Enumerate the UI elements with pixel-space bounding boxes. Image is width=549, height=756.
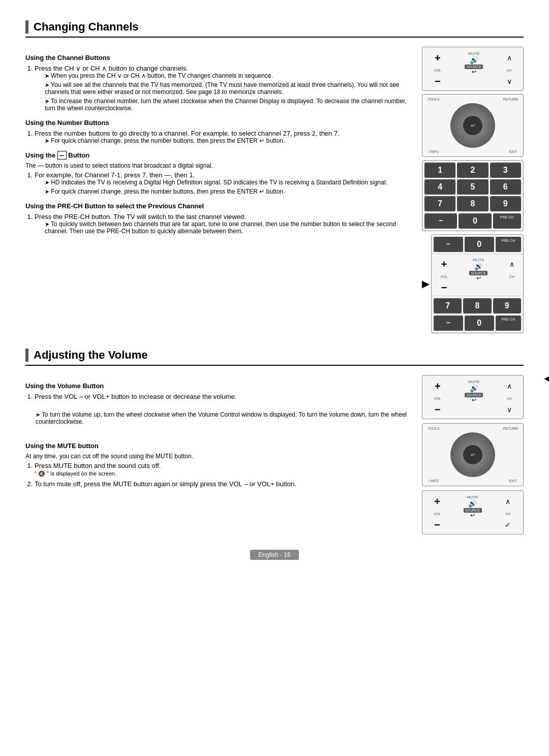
btn-7: 7 <box>424 196 455 211</box>
page-footer: English - 16 <box>25 550 524 560</box>
source-btn-3: SOURCE ↩ <box>448 509 497 519</box>
sub1-title: Using the Channel Buttons <box>25 54 412 61</box>
enter-btn-2: ↵ <box>463 445 482 464</box>
sub3-title: Using the — Button <box>25 151 412 159</box>
list-item: You will see all the channels that the T… <box>45 81 412 96</box>
sub3-intro: The — button is used to select stations … <box>25 162 412 169</box>
mute-label-2: MUTE <box>449 380 498 384</box>
list-item: When you press the CH ∨ or CH ∧ button, … <box>45 72 412 79</box>
list-item: Press the number buttons to go directly … <box>35 130 412 144</box>
zero3: 0 <box>465 316 494 331</box>
btn-dash: − <box>424 213 457 229</box>
vol-minus-2: − <box>428 404 447 415</box>
nav-ring: ↵ <box>450 103 495 148</box>
mute-intro: At any time, you can cut off the sound u… <box>25 453 412 460</box>
prech-arrow: ▶ <box>422 278 429 290</box>
btn-3: 3 <box>490 163 521 178</box>
list-item: HD indicates the TV is receiving a Digit… <box>45 179 412 186</box>
sub-vol-title: Using the Volume Button <box>25 382 412 390</box>
sub4-title: Using the PRE-CH Button to select the Pr… <box>25 202 412 210</box>
btn-0-2: 0 <box>465 237 494 252</box>
list-item: To quickly switch between two channels t… <box>45 220 412 235</box>
list-item: For example, for Channel 7-1, press 7, t… <box>35 171 412 195</box>
wheel-bottom-2: i INFO EXIT <box>426 479 519 483</box>
btn-9: 9 <box>490 196 521 211</box>
list-item: Press the VOL – or VOL+ button to increa… <box>35 393 412 400</box>
vol-minus-3: − <box>428 520 447 530</box>
enter-btn: ↵ <box>463 116 482 135</box>
remote-prech-row: ▶ − 0 PRE-CH + <box>422 234 524 333</box>
list-item: To increase the channel number, turn the… <box>45 98 412 112</box>
remote-prech-panel: − 0 PRE-CH + MUTE 🔊 <box>431 234 524 333</box>
vol-label-2: VOL <box>426 393 448 403</box>
section2-title-text: Adjusting the Volume <box>34 349 147 362</box>
mute-label-3: MUTE <box>449 495 496 499</box>
mute-label: MUTE <box>449 51 498 56</box>
vol-label-3: VOL <box>426 509 448 519</box>
section-adjusting-volume: Adjusting the Volume Using the Volume Bu… <box>25 349 524 534</box>
section1-title-text: Changing Channels <box>34 20 139 34</box>
btn-prech2: PRE-CH <box>496 237 521 252</box>
vol-label: VOL <box>426 65 448 75</box>
btn-dash2: − <box>434 237 463 252</box>
btn-8-2: 8 <box>463 298 491 313</box>
sub4-sub-items: To quickly switch between two channels t… <box>45 220 412 235</box>
ch-up-2: ∧ <box>500 382 518 390</box>
sub1-sub-items: When you press the CH ∨ or CH ∧ button, … <box>45 72 412 112</box>
ch-label: CH <box>499 65 519 75</box>
source-btn-2: SOURCE ↩ <box>448 393 499 403</box>
mute-steps: Press MUTE button and the sound cuts off… <box>35 462 412 488</box>
btn-prech: PRE-CH <box>493 213 521 229</box>
vol-plus-2: + <box>428 381 447 391</box>
btn-6: 6 <box>490 179 521 195</box>
mute-icon: 🔊 <box>449 56 498 64</box>
sub-mute-title: Using the MUTE button <box>25 442 412 450</box>
list-item: For quick channel change, press the numb… <box>45 188 412 195</box>
sub1-steps: Press the CH ∨ or CH ∧ button to change … <box>35 65 412 112</box>
btn-0: 0 <box>459 213 491 229</box>
list-item: To turn the volume up, turn the wheel cl… <box>36 411 412 425</box>
ch-up-arrow: ∧ <box>500 54 518 62</box>
remote-navwheel-panel: TOOLS RETURN ↵ i INFO EXIT <box>422 94 524 157</box>
list-item: To turn mute off, press the MUTE button … <box>35 480 412 488</box>
ch-label-2: CH <box>499 393 519 403</box>
section1-text: Using the Channel Buttons Press the CH ∨… <box>25 47 412 333</box>
ch-up-3: ∧ <box>498 497 518 506</box>
btn-7-2: 7 <box>434 298 462 313</box>
ch-down-2: ∨ <box>500 405 518 414</box>
btn-9-2: 9 <box>493 298 521 313</box>
btn-2: 2 <box>457 163 488 178</box>
vol-plus-3: + <box>428 496 447 507</box>
list-item: Press MUTE button and the sound cuts off… <box>35 462 412 477</box>
vol-plus-icon: + <box>428 53 447 63</box>
vol-notes: To turn the volume up, turn the wheel cl… <box>36 411 412 425</box>
prech-bottom: − 0 PRE-CH <box>432 235 523 254</box>
sub2-sub-items: For quick channel change, press the numb… <box>45 137 412 144</box>
btn-8: 8 <box>457 196 488 211</box>
numpad-bottom-row: − 0 PRE-CH <box>422 213 523 231</box>
list-item: Press the CH ∨ or CH ∧ button to change … <box>35 65 412 112</box>
list-item: Press the PRE-CH button. The TV will swi… <box>35 213 412 235</box>
sub3-sub-items: HD indicates the TV is receiving a Digit… <box>45 179 412 195</box>
btn-1: 1 <box>424 163 455 178</box>
list-item: For quick channel change, press the numb… <box>45 137 412 144</box>
sub2-title: Using the Number Buttons <box>25 119 412 127</box>
vol-steps: Press the VOL – or VOL+ button to increa… <box>35 393 412 400</box>
prech3: PRE-CH <box>496 316 521 331</box>
speaker-icon-2: 🔊 <box>449 384 498 392</box>
numpad-grid: 1 2 3 4 5 6 7 8 9 <box>422 161 523 213</box>
remote-wheel-vol: TOOLS RETURN ↵ i INFO EXIT <box>422 423 524 486</box>
sub3-steps: For example, for Channel 7-1, press 7, t… <box>35 171 412 195</box>
ch-down-mute: ✓ <box>498 521 518 529</box>
wheel-vol: ↵ <box>426 432 519 477</box>
remote-col-volume: + MUTE 🔊 ∧ VOL <box>422 375 524 534</box>
remote-col-channels: + MUTE 🔊 ∧ VOL <box>422 47 524 333</box>
sub4-steps: Press the PRE-CH button. The TV will swi… <box>35 213 412 235</box>
wheel-container: ↵ <box>426 103 519 148</box>
vol-minus-icon: − <box>428 76 447 86</box>
sub2-steps: Press the number buttons to go directly … <box>35 130 412 144</box>
remote-volch-panel: + MUTE 🔊 ∧ VOL <box>422 47 524 91</box>
remote-vol-panel: + MUTE 🔊 ∧ VOL <box>422 375 524 419</box>
btn-5: 5 <box>457 179 488 195</box>
footer-badge: English - 16 <box>250 550 298 560</box>
